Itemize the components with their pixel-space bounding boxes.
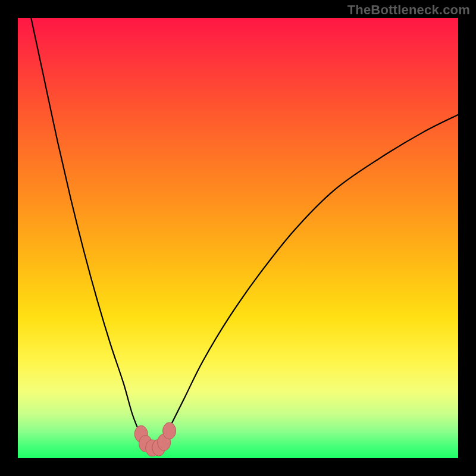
plot-area (18, 18, 458, 458)
bottleneck-curve (18, 18, 458, 458)
chart-frame: TheBottleneck.com (0, 0, 476, 476)
curve-marker (163, 422, 176, 439)
watermark-text: TheBottleneck.com (347, 2, 470, 18)
curve-path (31, 18, 458, 451)
curve-markers (134, 422, 176, 456)
